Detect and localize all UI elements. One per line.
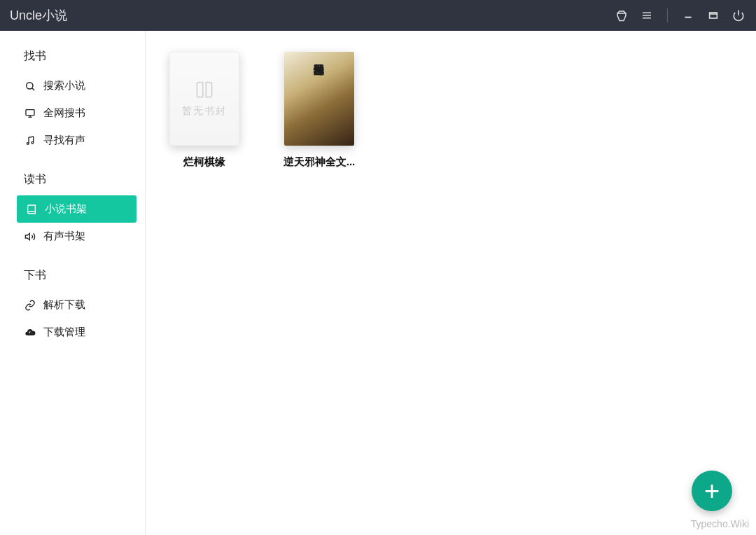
- sidebar-item-novel-shelf[interactable]: 小说书架: [17, 195, 136, 223]
- minimize-icon[interactable]: [680, 8, 696, 23]
- sidebar-item-label: 解析下载: [43, 298, 85, 312]
- svg-point-12: [27, 142, 29, 144]
- theme-icon[interactable]: [614, 8, 629, 23]
- sidebar-item-label: 寻找有声: [43, 134, 85, 147]
- maximize-icon[interactable]: [706, 8, 721, 23]
- svg-line-8: [32, 88, 34, 90]
- sidebar-item-search-novel[interactable]: 搜索小说: [0, 72, 145, 99]
- sidebar-section-find: 找书: [0, 43, 145, 72]
- volume-icon: [24, 231, 36, 242]
- monitor-icon: [24, 108, 36, 119]
- svg-point-7: [27, 82, 33, 88]
- sidebar-section-download: 下书: [0, 263, 145, 291]
- sidebar-item-label: 小说书架: [45, 202, 87, 216]
- book-icon: [25, 204, 38, 215]
- sidebar-item-parse-download[interactable]: 解析下载: [0, 291, 145, 319]
- sidebar-item-download-manager[interactable]: 下载管理: [0, 319, 145, 346]
- sidebar: 找书 搜索小说 全网搜书 寻找有声 读书 小说书架 有声书架: [0, 31, 146, 535]
- search-icon: [24, 81, 36, 92]
- book-item[interactable]: 暂无书封 烂柯棋缘: [162, 52, 246, 169]
- sidebar-item-label: 搜索小说: [43, 79, 85, 92]
- power-icon[interactable]: [731, 8, 746, 23]
- window-controls: [614, 8, 746, 23]
- sidebar-item-label: 下载管理: [43, 326, 85, 339]
- sidebar-item-label: 全网搜书: [43, 106, 85, 120]
- music-icon: [24, 135, 36, 146]
- svg-point-13: [31, 141, 34, 144]
- add-button[interactable]: +: [692, 471, 732, 511]
- sidebar-item-find-audio[interactable]: 寻找有声: [0, 127, 145, 154]
- svg-rect-9: [26, 109, 34, 115]
- sidebar-item-audio-shelf[interactable]: 有声书架: [0, 223, 145, 250]
- app-title: Uncle小说: [10, 7, 67, 24]
- sidebar-item-label: 有声书架: [43, 230, 85, 243]
- bookshelf-content: 暂无书封 烂柯棋缘 邪神天逆传说 逆天邪神全文... + Typecho.Wik…: [146, 31, 756, 535]
- sidebar-item-web-search[interactable]: 全网搜书: [0, 99, 145, 127]
- cloud-download-icon: [24, 327, 36, 338]
- book-title: 逆天邪神全文...: [284, 155, 356, 169]
- book-cover-placeholder: 暂无书封: [169, 52, 239, 146]
- plus-icon: +: [704, 476, 720, 506]
- watermark: Typecho.Wiki: [691, 518, 749, 529]
- book-cover-art: 邪神天逆传说: [284, 52, 354, 146]
- book-item[interactable]: 邪神天逆传说 逆天邪神全文...: [277, 52, 361, 169]
- book-title: 烂柯棋缘: [183, 155, 225, 169]
- separator: [667, 8, 668, 22]
- sidebar-section-read: 读书: [0, 167, 145, 195]
- placeholder-text: 暂无书封: [182, 105, 227, 118]
- link-icon: [24, 300, 36, 311]
- svg-marker-15: [25, 233, 29, 239]
- menu-icon[interactable]: [639, 8, 654, 23]
